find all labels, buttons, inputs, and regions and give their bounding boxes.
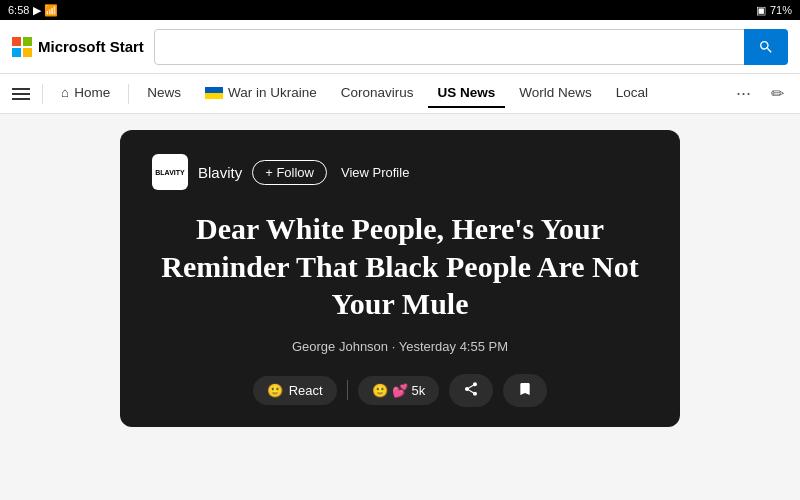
- share-button[interactable]: [449, 374, 493, 407]
- menu-button[interactable]: [8, 84, 34, 104]
- search-button[interactable]: [744, 29, 788, 65]
- bookmark-button[interactable]: [503, 374, 547, 407]
- nav-item-coronavirus[interactable]: Coronavirus: [331, 79, 424, 108]
- nav-item-ukraine[interactable]: War in Ukraine: [195, 79, 327, 108]
- search-bar: [154, 29, 788, 65]
- battery-text: 71%: [770, 4, 792, 16]
- nav-item-local[interactable]: Local: [606, 79, 658, 108]
- ms-logo: Microsoft Start: [12, 37, 144, 57]
- nav-more-button[interactable]: ···: [728, 79, 759, 108]
- share-icon: [463, 381, 479, 400]
- ukraine-flag-icon: [205, 87, 223, 99]
- nav-item-us-news[interactable]: US News: [428, 79, 506, 108]
- status-right: ▣ 71%: [756, 4, 792, 17]
- react-button[interactable]: 🙂 React: [253, 376, 337, 405]
- emoji-count-button[interactable]: 🙂 💕 5k: [358, 376, 440, 405]
- publisher-row: BLAVITY Blavity + Follow View Profile: [152, 154, 648, 190]
- view-profile-button[interactable]: View Profile: [341, 165, 409, 180]
- nav-world-news-label: World News: [519, 85, 592, 100]
- nav-us-news-label: US News: [438, 85, 496, 100]
- status-bar: 6:58 ▶ 📶 ▣ 71%: [0, 0, 800, 20]
- action-divider: [347, 380, 348, 400]
- nav-divider-2: [128, 84, 129, 104]
- publisher-name: Blavity: [198, 164, 242, 181]
- react-label: React: [289, 383, 323, 398]
- emoji-number: 5k: [412, 383, 426, 398]
- react-icon: 🙂: [267, 383, 283, 398]
- status-time: 6:58: [8, 4, 29, 16]
- action-bar: 🙂 React 🙂 💕 5k: [152, 374, 648, 407]
- nav-coronavirus-label: Coronavirus: [341, 85, 414, 100]
- nav-edit-button[interactable]: ✏: [763, 80, 792, 107]
- status-left: 6:58 ▶ 📶: [8, 4, 58, 17]
- article-byline: George Johnson · Yesterday 4:55 PM: [152, 339, 648, 354]
- home-icon: ⌂: [61, 85, 69, 100]
- nav-news-label: News: [147, 85, 181, 100]
- wifi-icon: ▣: [756, 4, 766, 17]
- view-profile-label: View Profile: [341, 165, 409, 180]
- nav-item-home[interactable]: ⌂ Home: [51, 79, 120, 108]
- logo-text: Microsoft Start: [38, 38, 144, 55]
- search-icon: [758, 39, 774, 55]
- header: Microsoft Start: [0, 20, 800, 74]
- search-input[interactable]: [154, 29, 788, 65]
- emoji-count: 🙂 💕 5k: [372, 383, 426, 398]
- status-icons: ▶ 📶: [33, 4, 58, 17]
- article-card: BLAVITY Blavity + Follow View Profile De…: [120, 130, 680, 427]
- emoji-heart: 💕: [392, 383, 408, 398]
- nav-item-world-news[interactable]: World News: [509, 79, 602, 108]
- nav-bar: ⌂ Home News War in Ukraine Coronavirus U…: [0, 74, 800, 114]
- nav-divider-1: [42, 84, 43, 104]
- follow-label: + Follow: [265, 165, 314, 180]
- nav-item-news[interactable]: News: [137, 79, 191, 108]
- follow-button[interactable]: + Follow: [252, 160, 327, 185]
- nav-home-label: Home: [74, 85, 110, 100]
- nav-local-label: Local: [616, 85, 648, 100]
- nav-ukraine-label: War in Ukraine: [228, 85, 317, 100]
- ms-grid-icon: [12, 37, 32, 57]
- emoji-face: 🙂: [372, 383, 388, 398]
- bookmark-icon: [517, 381, 533, 400]
- publisher-logo: BLAVITY: [152, 154, 188, 190]
- main-content: BLAVITY Blavity + Follow View Profile De…: [0, 114, 800, 500]
- article-headline: Dear White People, Here's Your Reminder …: [152, 210, 648, 323]
